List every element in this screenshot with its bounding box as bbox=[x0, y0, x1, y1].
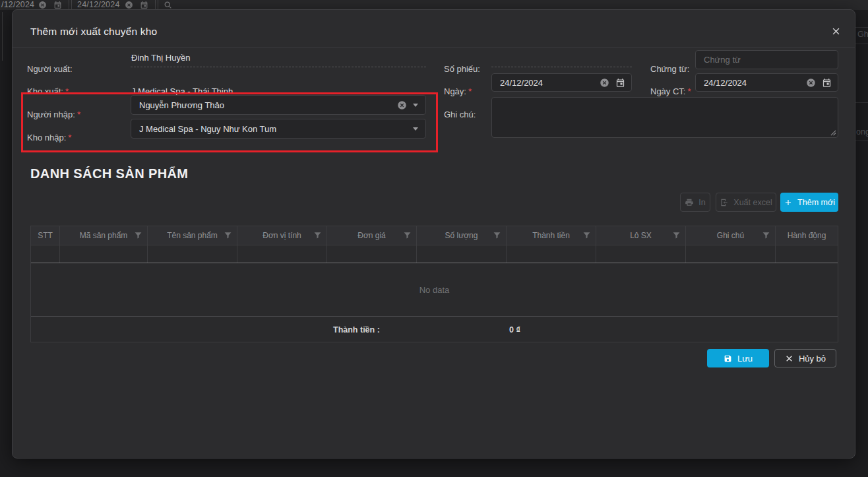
clear-icon[interactable] bbox=[600, 78, 609, 88]
divider bbox=[855, 27, 868, 28]
so-phieu-field bbox=[491, 52, 632, 67]
background-date-input-1: /12/2024 bbox=[1, 0, 34, 9]
save-button[interactable]: Lưu bbox=[707, 349, 769, 367]
nguoi-nhap-label: Người nhập:* bbox=[27, 110, 80, 119]
filter-icon[interactable] bbox=[672, 231, 681, 239]
ngay-value: 24/12/2024 bbox=[500, 78, 600, 88]
nguoi-xuat-value: Đinh Thị Huyền bbox=[131, 53, 190, 63]
column-header-thanh-tien: Thành tiền bbox=[507, 226, 596, 245]
calendar-icon[interactable] bbox=[615, 78, 625, 88]
export-excel-button[interactable]: Xuất excel bbox=[716, 193, 776, 212]
ghi-chu-textarea[interactable] bbox=[491, 97, 838, 138]
calendar-icon bbox=[140, 1, 148, 9]
column-header-stt: STT bbox=[31, 226, 60, 245]
column-header-ten-san-pham: Tên sản phẩm bbox=[148, 226, 237, 245]
kho-nhap-label: Kho nhập:* bbox=[27, 133, 71, 143]
divider bbox=[855, 102, 868, 103]
filter-icon[interactable] bbox=[313, 231, 322, 239]
clear-icon[interactable] bbox=[397, 100, 407, 110]
filter-cell[interactable] bbox=[417, 245, 507, 263]
divider bbox=[158, 0, 158, 9]
printer-icon bbox=[685, 198, 694, 207]
chung-tu-placeholder: Chứng từ bbox=[704, 55, 838, 65]
filter-cell[interactable] bbox=[31, 245, 60, 263]
close-icon bbox=[785, 354, 793, 363]
filter-cell[interactable] bbox=[507, 245, 596, 263]
column-header-ma-san-pham: Mã sản phẩm bbox=[60, 226, 148, 245]
divider bbox=[855, 44, 868, 44]
no-data-message: No data bbox=[31, 263, 838, 316]
resize-handle-icon[interactable] bbox=[830, 130, 836, 136]
ngay-label: Ngày:* bbox=[444, 86, 472, 96]
filter-icon[interactable] bbox=[493, 231, 501, 239]
cancel-button[interactable]: Hủy bỏ bbox=[774, 349, 836, 367]
table-footer: Thành tiền : 0 ₫ bbox=[31, 316, 838, 342]
divider bbox=[13, 47, 855, 48]
filter-cell[interactable] bbox=[686, 245, 776, 263]
add-product-button[interactable]: Thêm mới bbox=[780, 193, 838, 212]
filter-cell[interactable] bbox=[596, 245, 686, 263]
total-label: Thành tiền : bbox=[333, 325, 380, 334]
chevron-down-icon[interactable] bbox=[413, 127, 418, 131]
search-icon bbox=[164, 1, 172, 9]
column-header-lo-sx: Lô SX bbox=[596, 226, 686, 245]
excel-export-icon bbox=[720, 198, 729, 207]
clear-icon bbox=[125, 1, 133, 9]
total-value: 0 ₫ bbox=[509, 325, 520, 334]
dialog-title: Thêm mới xuất chuyển kho bbox=[30, 26, 157, 38]
background-toolbar: /12/2024 24/12/2024 bbox=[0, 0, 868, 10]
ngay-ct-date-input[interactable]: 24/12/2024 bbox=[695, 73, 838, 92]
screen: /12/2024 24/12/2024 Ghi ong Thêm mới xuấ… bbox=[0, 0, 868, 477]
chung-tu-input[interactable]: Chứng từ bbox=[695, 50, 838, 69]
column-header-hanh-dong: Hành động bbox=[776, 226, 838, 245]
products-section-title: DANH SÁCH SẢN PHẨM bbox=[30, 166, 188, 181]
save-icon bbox=[724, 354, 732, 363]
divider bbox=[71, 0, 72, 9]
background-date-input-2: 24/12/2024 bbox=[77, 0, 120, 9]
close-icon[interactable] bbox=[830, 26, 842, 38]
column-header-ghi-chu: Ghi chú bbox=[686, 226, 776, 245]
divider bbox=[69, 0, 69, 9]
filter-cell[interactable] bbox=[327, 245, 417, 263]
kho-nhap-select[interactable]: J Medical Spa - Ngụy Như Kon Tum bbox=[131, 119, 426, 139]
table-filter-row bbox=[31, 245, 838, 263]
filter-icon[interactable] bbox=[582, 231, 591, 239]
print-button[interactable]: In bbox=[680, 193, 710, 212]
filter-cell[interactable] bbox=[776, 245, 838, 263]
column-header-don-gia: Đơn giá bbox=[327, 226, 417, 245]
filter-icon[interactable] bbox=[403, 231, 412, 239]
column-header-so-luong: Số lượng bbox=[417, 226, 507, 245]
background-panel-border bbox=[2, 12, 3, 61]
filter-cell[interactable] bbox=[148, 245, 237, 263]
chevron-down-icon[interactable] bbox=[413, 104, 418, 107]
clear-icon[interactable] bbox=[806, 78, 816, 88]
ngay-ct-value: 24/12/2024 bbox=[704, 78, 806, 88]
background-text-fragment: Ghi bbox=[857, 30, 868, 39]
kho-nhap-value: J Medical Spa - Ngụy Như Kon Tum bbox=[139, 124, 413, 134]
transfer-dialog: Thêm mới xuất chuyển kho Người xuất: Đin… bbox=[12, 9, 855, 459]
filter-icon[interactable] bbox=[134, 231, 142, 239]
nguoi-xuat-field: Đinh Thị Huyền bbox=[131, 52, 426, 67]
filter-cell[interactable] bbox=[237, 245, 327, 263]
kho-xuat-label: Kho xuất:* bbox=[27, 86, 69, 96]
so-phieu-label: Số phiếu: bbox=[444, 64, 480, 74]
divider bbox=[155, 0, 156, 9]
filter-icon[interactable] bbox=[762, 231, 770, 239]
filter-icon[interactable] bbox=[224, 231, 232, 239]
background-text-fragment: ong bbox=[856, 127, 868, 137]
chung-tu-label: Chứng từ: bbox=[650, 64, 689, 74]
column-header-don-vi-tinh: Đơn vị tính bbox=[237, 226, 327, 245]
filter-cell[interactable] bbox=[60, 245, 148, 263]
calendar-icon[interactable] bbox=[822, 78, 832, 88]
ngay-date-input[interactable]: 24/12/2024 bbox=[491, 73, 632, 92]
divider bbox=[855, 141, 868, 141]
nguoi-xuat-label: Người xuất: bbox=[27, 64, 73, 74]
products-table: STT Mã sản phẩm Tên sản phẩm Đơn vị tính… bbox=[30, 226, 838, 342]
clear-icon bbox=[38, 1, 47, 9]
plus-icon bbox=[784, 198, 793, 207]
ghi-chu-label: Ghi chú: bbox=[444, 110, 476, 119]
nguoi-nhap-value: Nguyễn Phương Thảo bbox=[139, 100, 397, 110]
calendar-icon bbox=[53, 1, 62, 9]
ngay-ct-label: Ngày CT:* bbox=[650, 86, 691, 96]
nguoi-nhap-select[interactable]: Nguyễn Phương Thảo bbox=[131, 95, 426, 115]
